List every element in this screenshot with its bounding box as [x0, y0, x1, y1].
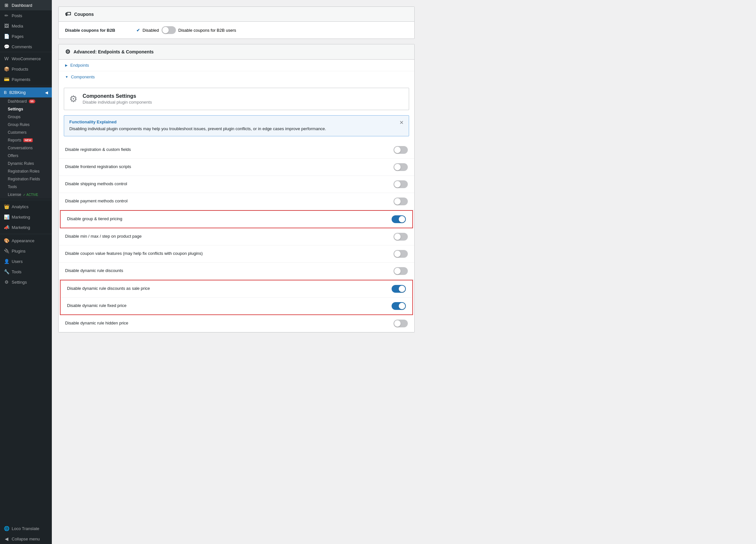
sidebar-item-comments[interactable]: 💬 Comments: [0, 41, 52, 52]
b2bking-icon: B: [4, 90, 7, 95]
sidebar: ⊞ Dashboard ✏ Posts 🖼 Media 📄 Pages 💬 Co…: [0, 0, 52, 544]
toggle-dynamic-rule-discounts[interactable]: [394, 267, 408, 275]
toggle-track-on: [392, 215, 406, 223]
sidebar-item-plugins[interactable]: 🔌 Plugins: [0, 246, 52, 256]
submenu-item-license[interactable]: License ✓ ACTIVE: [0, 191, 52, 198]
sidebar-item-pages[interactable]: 📄 Pages: [0, 31, 52, 41]
sidebar-item-tools[interactable]: 🔧 Tools: [0, 266, 52, 277]
highlighted-dynamic-rules-box: Disable dynamic rule discounts as sale p…: [60, 280, 413, 315]
toggle-thumb: [394, 181, 401, 187]
wp-section: 🎨 Appearance 🔌 Plugins 👤 Users 🔧 Tools ⚙…: [0, 234, 52, 289]
toggle-thumb: [394, 147, 401, 153]
sidebar-item-analytics[interactable]: 📊 Marketing: [0, 212, 52, 222]
sidebar-item-posts[interactable]: ✏ Posts: [0, 10, 52, 21]
tools-icon: 🔧: [4, 269, 9, 274]
toggle-thumb: [394, 164, 401, 170]
setting-row-dynamic-rule-discounts: Disable dynamic rule discounts: [59, 263, 414, 280]
toggle-thumb: [394, 268, 401, 274]
submenu-item-conversations[interactable]: Conversations: [0, 144, 52, 152]
endpoints-accordion: ▶ Endpoints: [59, 60, 414, 71]
sidebar-item-payments[interactable]: 💳 Payments: [0, 74, 52, 85]
toggle-thumb: [399, 303, 405, 309]
toggle-thumb: [399, 216, 405, 222]
submenu-item-reports[interactable]: Reports NEW: [0, 136, 52, 144]
sidebar-item-products[interactable]: 📦 Products: [0, 64, 52, 74]
woocommerce-section: W WooCommerce 📦 Products 💳 Payments: [0, 52, 52, 86]
sidebar-item-users[interactable]: 👤 Users: [0, 256, 52, 266]
b2bking-menu-item[interactable]: B B2BKing ◀: [0, 87, 52, 97]
comments-icon: 💬: [4, 44, 9, 49]
submenu-item-dashboard[interactable]: Dashboard 55: [0, 97, 52, 105]
components-header[interactable]: ▼ Components: [59, 71, 414, 83]
components-accordion: ▼ Components ⚙ Components Settings Disab…: [59, 71, 414, 332]
components-card-text: Components Settings Disable individual p…: [83, 93, 152, 105]
toggle-min-max-step[interactable]: [394, 233, 408, 241]
settings-icon: ⚙: [4, 279, 9, 285]
submenu-item-dynamic-rules[interactable]: Dynamic Rules: [0, 160, 52, 167]
posts-icon: ✏: [4, 13, 9, 18]
media-icon: 🖼: [4, 23, 9, 28]
toggle-dynamic-rule-sale-price[interactable]: [392, 285, 406, 293]
setting-row-shipping-methods: Disable shipping methods control: [59, 176, 414, 193]
advanced-panel: ⚙ Advanced: Endpoints & Components ▶ End…: [58, 44, 415, 333]
checkmark-icon: ✔: [136, 28, 140, 33]
submenu-item-tools[interactable]: Tools: [0, 183, 52, 191]
submenu-item-settings[interactable]: Settings: [0, 105, 52, 113]
sidebar-item-appearance[interactable]: 🎨 Appearance: [0, 235, 52, 246]
components-card-icon: ⚙: [69, 94, 77, 104]
sidebar-footer: 🌐 Loco Translate ◀ Collapse menu: [0, 523, 52, 544]
setting-row-dynamic-rule-hidden-price: Disable dynamic rule hidden price: [59, 315, 414, 332]
toggle-thumb: [399, 286, 405, 292]
toggle-registration-custom-fields[interactable]: [394, 146, 408, 154]
advanced-section-header: ⚙ Advanced: Endpoints & Components: [59, 44, 414, 60]
submenu-item-offers[interactable]: Offers: [0, 152, 52, 160]
sidebar-item-loco-translate[interactable]: 🌐 Loco Translate: [0, 523, 52, 534]
endpoints-header[interactable]: ▶ Endpoints: [59, 60, 414, 71]
setting-row-payment-methods: Disable payment methods control: [59, 193, 414, 210]
coupon-toggle[interactable]: [162, 26, 176, 34]
pages-icon: 📄: [4, 34, 9, 39]
sidebar-item-collapse[interactable]: ◀ Collapse menu: [0, 534, 52, 544]
toggle-track: [162, 26, 176, 34]
sidebar-item-settings[interactable]: ⚙ Settings: [0, 277, 52, 287]
toggle-coupon-value[interactable]: [394, 250, 408, 258]
toggle-thumb: [394, 233, 401, 240]
toggle-group-tiered-pricing[interactable]: [392, 215, 406, 223]
sidebar-item-dashboard[interactable]: ⊞ Dashboard: [0, 0, 52, 10]
chevron-right-icon: ▶: [65, 63, 68, 67]
submenu-item-group-rules[interactable]: Group Rules: [0, 121, 52, 129]
toggle-thumb: [394, 320, 401, 327]
toggle-shipping-methods[interactable]: [394, 180, 408, 188]
toggle-track-on: [392, 285, 406, 293]
submenu-item-registration-roles[interactable]: Registration Roles: [0, 167, 52, 175]
toggle-track: [394, 267, 408, 275]
b2bking-collapse-icon: ◀: [45, 90, 48, 95]
toggle-track: [394, 198, 408, 205]
submenu-item-registration-fields[interactable]: Registration Fields: [0, 175, 52, 183]
toggle-dynamic-rule-hidden-price[interactable]: [394, 320, 408, 327]
collapse-icon: ◀: [4, 536, 9, 541]
submenu-item-customers[interactable]: Customers: [0, 129, 52, 136]
b2bking-submenu: Dashboard 55 Settings Groups Group Rules…: [0, 97, 52, 198]
toggle-thumb: [394, 251, 401, 257]
coupons-icon: 🏷: [65, 11, 71, 17]
coupon-value: ✔ Disabled Disable coupons for B2B users: [136, 26, 236, 34]
setting-row-dynamic-rule-fixed-price: Disable dynamic rule fixed price: [61, 298, 412, 314]
coupons-section-header: 🏷 Coupons: [59, 7, 414, 22]
woocommerce-icon: W: [4, 56, 9, 61]
salesking-icon: 👑: [4, 204, 9, 209]
sidebar-item-marketing[interactable]: 📣 Marketing: [0, 222, 52, 232]
sidebar-item-salesking[interactable]: 👑 Analytics: [0, 201, 52, 212]
toggle-payment-methods[interactable]: [394, 198, 408, 205]
sidebar-item-woocommerce[interactable]: W WooCommerce: [0, 53, 52, 64]
toggle-thumb: [162, 27, 169, 33]
sidebar-item-media[interactable]: 🖼 Media: [0, 21, 52, 31]
toggle-frontend-registration[interactable]: [394, 163, 408, 171]
submenu-item-groups[interactable]: Groups: [0, 113, 52, 121]
setting-row-group-tiered-pricing: Disable group & tiered pricing: [61, 211, 412, 228]
advanced-icon: ⚙: [65, 48, 70, 55]
info-box: Functionality Explained Disabling indivi…: [64, 115, 409, 136]
info-close-button[interactable]: ✕: [399, 119, 404, 126]
b2bking-section: B B2BKing ◀ Dashboard 55 Settings Groups…: [0, 86, 52, 200]
toggle-dynamic-rule-fixed-price[interactable]: [392, 302, 406, 310]
